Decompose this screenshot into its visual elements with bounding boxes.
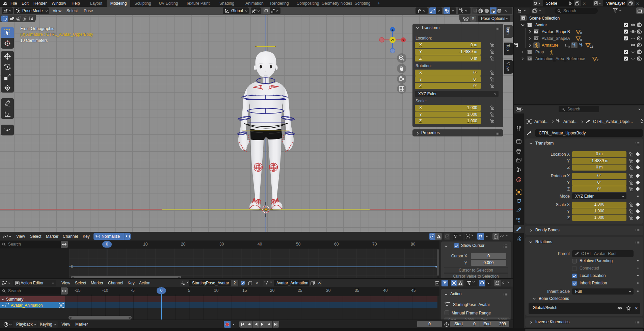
svg-text:Z: Z bbox=[392, 28, 394, 31]
svg-text:X: X bbox=[402, 39, 404, 42]
svg-text:-Y: -Y bbox=[391, 38, 394, 42]
